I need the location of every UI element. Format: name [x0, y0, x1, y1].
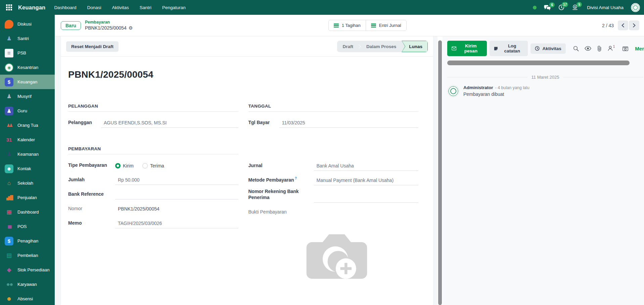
metode-pembayaran-input[interactable]: Manual Payment (Bank Amal Usaha) — [314, 176, 419, 185]
sidebar-item-diskusi[interactable]: Diskusi — [0, 17, 55, 31]
field-label: Tipe Pembayaran — [68, 162, 115, 170]
sidebar-item-sekolah[interactable]: ⌂Sekolah — [0, 176, 55, 190]
status-step-draft[interactable]: Draft — [337, 41, 359, 52]
bank-reference-input[interactable] — [115, 190, 238, 199]
sidebar-item-label: Musyrif — [17, 94, 32, 99]
field-row-pelanggan: PelangganAGUS EFENDI,S.SOS, MS.SI — [68, 116, 238, 128]
sidebar-item-pos[interactable]: ▮▮▮POS — [0, 219, 55, 234]
sidebar-item-keamanan[interactable]: ♟Keamanan — [0, 147, 55, 161]
radio-option-kirim[interactable]: Kirim — [115, 163, 134, 168]
help-icon[interactable]: ? — [295, 177, 297, 180]
calendar-icon: 31 — [5, 136, 13, 144]
tgl-bayar-input[interactable]: 11/03/2025 — [279, 119, 419, 128]
user-menu-label[interactable]: Divisi Amal Usaha — [587, 5, 624, 10]
list-lines-icon — [371, 24, 376, 28]
nav-item-pengaturan[interactable]: Pengaturan — [162, 5, 186, 10]
nomor-rekening-bank-penerima-input[interactable] — [314, 194, 419, 203]
followers-button[interactable]: 1 — [608, 46, 615, 51]
messages-menu-button[interactable]: 6 — [544, 5, 551, 10]
field-label: Nomor — [68, 205, 115, 214]
jurnal-input[interactable]: Bank Amal Usaha — [314, 162, 419, 171]
presence-indicator-icon — [533, 6, 537, 9]
sidebar-item-penjualan[interactable]: ▄▆█Penjualan — [0, 190, 55, 205]
camera-placeholder-icon — [299, 229, 375, 285]
follow-toggle-link[interactable]: Mer — [635, 46, 644, 51]
topbar-nav: DashboardDonasiAktivitasSantriPengaturan — [54, 5, 533, 10]
pager-counter: 2 / 43 — [602, 23, 614, 28]
status-step-lunas-active[interactable]: Lunas — [402, 41, 428, 52]
jumlah-input[interactable]: Rp 50.000 — [115, 176, 238, 185]
nav-item-donasi[interactable]: Donasi — [87, 5, 101, 10]
sidebar-item-pembelian[interactable]: ▤Pembelian — [0, 248, 55, 263]
payments-menu-button[interactable]: $ 5 — [572, 4, 578, 10]
purchase-icon: ▤ — [5, 251, 13, 260]
stat-button-1-tagihan[interactable]: 1 Tagihan — [329, 20, 366, 31]
field-row-memo: MemoTAGIH/2025/03/0026 — [68, 217, 238, 228]
field-label: Memo — [68, 220, 115, 228]
billing-icon: $ — [5, 237, 13, 245]
image-upload-placeholder[interactable] — [299, 229, 419, 285]
sidebar-item-psb[interactable]: ≣PSB — [0, 46, 55, 60]
search-messages-icon[interactable] — [573, 46, 579, 51]
breadcrumb-parent-link[interactable]: Pembayaran — [85, 20, 133, 25]
sidebar-item-kalender[interactable]: 31Kalender — [0, 132, 55, 147]
send-message-button[interactable]: Kirim pesan — [447, 41, 487, 56]
nav-item-aktivitas[interactable]: Aktivitas — [112, 5, 129, 10]
field-row-metode-pembayaran: Metode Pembayaran?Manual Payment (Bank A… — [248, 174, 419, 185]
chatter: Kirim pesan Log catatan — [443, 36, 644, 305]
sidebar-item-santri[interactable]: ♟Santri — [0, 31, 55, 46]
sidebar-item-penagihan[interactable]: $Penagihan — [0, 234, 55, 248]
eye-icon[interactable] — [585, 46, 591, 51]
sidebar-item-keuangan[interactable]: $Keuangan — [0, 75, 55, 89]
app-name[interactable]: Keuangan — [18, 4, 45, 11]
spacer — [248, 138, 419, 159]
record-stage-badge[interactable]: Baru — [61, 21, 81, 30]
date-divider: 11 Maret 2025 — [447, 75, 643, 80]
field-label: Bukti Pembayaran — [248, 209, 314, 217]
form-left-column: PELANGGANPelangganAGUS EFENDI,S.SOS, MS.… — [68, 95, 238, 231]
sidebar-item-karyawan[interactable]: ☻☻Karyawan — [0, 277, 55, 292]
memo-input[interactable]: TAGIH/2025/03/0026 — [115, 219, 238, 228]
reset-to-draft-button[interactable]: Reset Menjadi Draft — [66, 41, 119, 52]
radio-option-terima[interactable]: Terima — [142, 163, 164, 168]
attendance-icon: ☻ — [5, 295, 13, 303]
attachments-camera-icon[interactable] — [623, 46, 628, 51]
topbar-right: 6 17 $ 5 Divisi Amal Usaha — [533, 3, 640, 12]
sidebar-item-guru[interactable]: ♟Guru — [0, 104, 55, 118]
sidebar-item-dashboard[interactable]: ▦Dashboard — [0, 205, 55, 219]
sidebar-item-stok-persediaan[interactable]: ◆Stok Persediaan — [0, 263, 55, 277]
message-author-avatar[interactable] — [447, 85, 459, 97]
log-note-button[interactable]: Log catatan — [490, 41, 528, 56]
sidebar-item-absensi[interactable]: ☻Absensi — [0, 292, 55, 305]
sidebar-item-label: Stok Persediaan — [17, 267, 49, 272]
sidebar-item-label: Absensi — [17, 296, 33, 301]
gear-icon[interactable]: ⚙ — [129, 25, 133, 31]
activity-schedule-button[interactable]: Aktivitas — [531, 43, 565, 54]
message-timestamp: - 4 bulan yang lalu — [495, 85, 530, 90]
avatar[interactable] — [631, 3, 640, 12]
pager-previous-button[interactable] — [618, 21, 628, 30]
sidebar-item-musyrif[interactable]: ♟Musyrif — [0, 89, 55, 104]
sidebar-item-kontak[interactable]: ☻Kontak — [0, 161, 55, 176]
stat-button-entri-jurnal[interactable]: Entri Jurnal — [366, 20, 406, 31]
sidebar-item-label: Kontak — [17, 166, 31, 171]
pelanggan-input[interactable]: AGUS EFENDI,S.SOS, MS.SI — [101, 119, 238, 128]
radio-unchecked-icon[interactable] — [142, 163, 148, 168]
activities-menu-button[interactable]: 17 — [558, 4, 564, 10]
status-step-dalam-proses[interactable]: Dalam Proses — [361, 41, 402, 52]
message-author[interactable]: Administrator — [463, 85, 493, 90]
sidebar-item-kesantrian[interactable]: ◉Kesantrian — [0, 60, 55, 75]
sidebar-item-label: POS — [17, 224, 27, 229]
pager-next-button[interactable] — [629, 21, 639, 30]
scrollbar-thumb[interactable] — [438, 40, 442, 305]
apps-grid-icon[interactable] — [3, 2, 15, 13]
breadcrumb-current: PBNK1/2025/00054 ⚙ — [85, 25, 133, 31]
field-row-jumlah: JumlahRp 50.000 — [68, 174, 238, 185]
nav-item-santri[interactable]: Santri — [140, 5, 151, 10]
form-scrollbar[interactable] — [438, 36, 443, 305]
radio-checked-icon[interactable] — [115, 163, 121, 168]
nav-item-dashboard[interactable]: Dashboard — [54, 5, 76, 10]
attachment-paperclip-icon[interactable] — [597, 46, 602, 51]
field-label: Metode Pembayaran? — [248, 176, 314, 185]
sidebar-item-orang-tua[interactable]: ♟♟Orang Tua — [0, 118, 55, 132]
